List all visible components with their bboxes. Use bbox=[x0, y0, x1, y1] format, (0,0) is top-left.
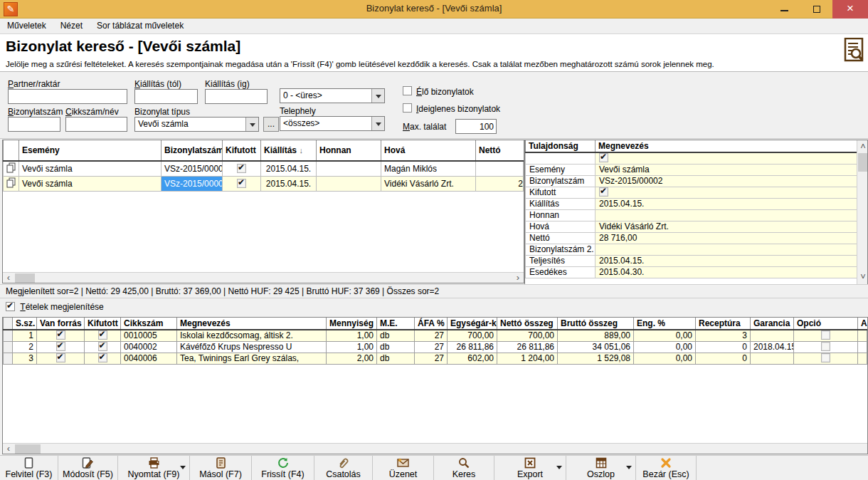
felvitel-button[interactable]: Felvitel (F3) bbox=[0, 456, 58, 480]
col-honnan[interactable]: Honnan bbox=[317, 140, 381, 161]
menu-sor-tablazat[interactable]: Sor táblázat műveletek bbox=[90, 19, 191, 33]
item-row[interactable]: 1 0010005 Iskolai kezdőcsomag, áltisk 2.… bbox=[4, 330, 867, 341]
col-egysegar[interactable]: Egységár-ke bbox=[448, 318, 497, 330]
row-gutter[interactable] bbox=[4, 330, 13, 341]
scroll-left-icon[interactable]: ‹ bbox=[3, 444, 14, 454]
opcio-checkbox[interactable] bbox=[821, 353, 830, 362]
chevron-down-icon[interactable] bbox=[371, 117, 384, 130]
scrollbar-thumb[interactable] bbox=[858, 153, 867, 172]
chevron-down-icon[interactable] bbox=[556, 466, 562, 472]
cell-bizonylatszam-selected[interactable]: VSz-2015/00002 bbox=[162, 177, 223, 192]
col-megnevezes[interactable]: Megnevezés bbox=[596, 140, 857, 152]
col-me[interactable]: M.E. bbox=[377, 318, 415, 330]
kifutott-checkbox[interactable] bbox=[237, 164, 246, 173]
frissit-button[interactable]: Frissít (F4) bbox=[252, 456, 314, 480]
menu-nezet[interactable]: Nézet bbox=[53, 19, 90, 33]
minimize-button[interactable] bbox=[768, 0, 800, 19]
tetelek-checkbox[interactable] bbox=[6, 302, 15, 311]
bizonylat-tipus-more-button[interactable]: ... bbox=[263, 117, 279, 132]
row-copy-icon[interactable] bbox=[4, 177, 19, 192]
max-talalat-input[interactable] bbox=[455, 119, 497, 134]
oszlop-button[interactable]: Oszlop bbox=[566, 456, 636, 480]
close-button[interactable]: × bbox=[832, 0, 868, 19]
detail-row[interactable]: EseményVevői számla bbox=[526, 164, 857, 175]
cell-esemeny[interactable]: Vevői számla bbox=[19, 177, 162, 192]
kiallitas-ig-input[interactable] bbox=[205, 89, 268, 104]
row-selector-header[interactable] bbox=[4, 140, 19, 161]
opcio-checkbox[interactable] bbox=[821, 330, 830, 340]
result-row-selected[interactable]: Vevői számla VSz-2015/00002 2015.04.15. … bbox=[4, 177, 524, 192]
item-row[interactable]: 3 0040006 Tea, Twinings Earl Grey szálas… bbox=[4, 353, 867, 364]
col-cikkszam[interactable]: Cikkszám bbox=[121, 318, 177, 330]
col-mennyiseg[interactable]: Mennyiség bbox=[327, 318, 377, 330]
kiallitas-tol-input[interactable] bbox=[134, 89, 198, 104]
bezar-button[interactable]: Bezár (Esc) bbox=[636, 456, 697, 480]
detail-row[interactable]: BizonylatszámVSz-2015/00002 bbox=[526, 175, 857, 187]
col-netto[interactable]: Nettó bbox=[476, 140, 524, 161]
col-eng[interactable]: Eng. % bbox=[634, 318, 696, 330]
cell-netto[interactable] bbox=[476, 161, 524, 177]
scroll-right-icon[interactable]: › bbox=[512, 273, 524, 283]
kifutott-checkbox[interactable] bbox=[237, 179, 246, 188]
col-afa[interactable]: ÁFA % bbox=[415, 318, 448, 330]
chevron-down-icon[interactable] bbox=[371, 89, 384, 103]
elo-bizonylatok-checkbox[interactable] bbox=[403, 86, 412, 95]
detail-row[interactable] bbox=[526, 152, 857, 164]
scroll-down-icon[interactable]: ˅ bbox=[857, 272, 868, 283]
scroll-left-icon[interactable]: ‹ bbox=[3, 273, 14, 283]
result-row[interactable]: Vevői számla VSz-2015/00001 2015.04.15. … bbox=[4, 161, 524, 177]
cell-kifutott[interactable] bbox=[223, 177, 261, 192]
cell-honnan[interactable] bbox=[317, 177, 381, 192]
col-kiallitas[interactable]: Kiállítás ↓ bbox=[261, 140, 317, 161]
maximize-button[interactable] bbox=[800, 0, 832, 19]
export-button[interactable]: Export bbox=[494, 456, 566, 480]
row-copy-icon[interactable] bbox=[4, 161, 19, 177]
van-forras-checkbox[interactable] bbox=[56, 330, 65, 340]
kifutott-checkbox[interactable] bbox=[98, 342, 107, 351]
col-netto-osszeg[interactable]: Nettó összeg bbox=[497, 318, 558, 330]
telephely-combo[interactable]: <összes> bbox=[280, 116, 385, 131]
cikkszam-input[interactable] bbox=[65, 117, 127, 132]
modosit-button[interactable]: Módosít (F5) bbox=[58, 456, 118, 480]
detail-checkbox[interactable] bbox=[599, 153, 608, 162]
col-kifutott[interactable]: Kifutott bbox=[223, 140, 261, 161]
ideiglenes-checkbox[interactable] bbox=[403, 103, 412, 113]
cell-netto[interactable]: 2 bbox=[476, 177, 524, 192]
cell-hova[interactable]: Magán Miklós bbox=[381, 161, 476, 177]
detail-row[interactable]: Honnan bbox=[526, 209, 857, 221]
detail-vertical-scrollbar[interactable]: ˄ ˅ bbox=[857, 140, 867, 284]
col-garancia[interactable]: Garancia bbox=[751, 318, 794, 330]
chevron-down-icon[interactable] bbox=[180, 466, 186, 472]
masol-button[interactable]: Másol (F7) bbox=[190, 456, 252, 480]
nyomtat-button[interactable]: Nyomtat (F9) bbox=[118, 456, 190, 480]
chevron-down-icon[interactable] bbox=[245, 118, 258, 131]
scroll-up-icon[interactable]: ˄ bbox=[857, 142, 868, 152]
kifutott-checkbox[interactable] bbox=[98, 330, 107, 340]
detail-row[interactable]: Teljesítés2015.04.15. bbox=[526, 255, 857, 266]
cell-kiallitas[interactable]: 2015.04.15. bbox=[261, 177, 317, 192]
detail-row[interactable]: Kifutott bbox=[526, 187, 857, 198]
col-van-forras[interactable]: Van forrás bbox=[37, 318, 85, 330]
cell-esemeny[interactable]: Vevői számla bbox=[19, 161, 162, 177]
col-hova[interactable]: Hová bbox=[381, 140, 476, 161]
opcio-checkbox[interactable] bbox=[821, 342, 830, 351]
chevron-down-icon[interactable] bbox=[626, 466, 632, 472]
detail-row[interactable]: HováVidéki Vásárló Zrt. bbox=[526, 221, 857, 232]
detail-checkbox[interactable] bbox=[599, 187, 608, 197]
col-esemeny[interactable]: Esemény bbox=[19, 140, 162, 161]
partner-input[interactable] bbox=[8, 89, 127, 104]
col-partial[interactable]: A bbox=[858, 318, 867, 330]
kifutott-checkbox[interactable] bbox=[98, 353, 107, 362]
cell-kiallitas[interactable]: 2015.04.15. bbox=[261, 161, 317, 177]
cell-bizonylatszam[interactable]: VSz-2015/00001 bbox=[162, 161, 223, 177]
detail-row[interactable]: Esedékes2015.04.30. bbox=[526, 266, 857, 278]
cell-kifutott[interactable] bbox=[223, 161, 261, 177]
scrollbar-thumb[interactable] bbox=[15, 273, 35, 283]
detail-row[interactable]: Nettó28 716,00 bbox=[526, 232, 857, 244]
keres-button[interactable]: Keres bbox=[434, 456, 494, 480]
col-tulajdonsag[interactable]: Tulajdonság bbox=[526, 140, 596, 152]
results-horizontal-scrollbar[interactable]: ‹ › bbox=[3, 272, 524, 283]
col-megnevezes[interactable]: Megnevezés bbox=[177, 318, 327, 330]
items-horizontal-scrollbar[interactable]: ‹ bbox=[3, 443, 867, 454]
col-kifutott[interactable]: Kifutott bbox=[85, 318, 121, 330]
